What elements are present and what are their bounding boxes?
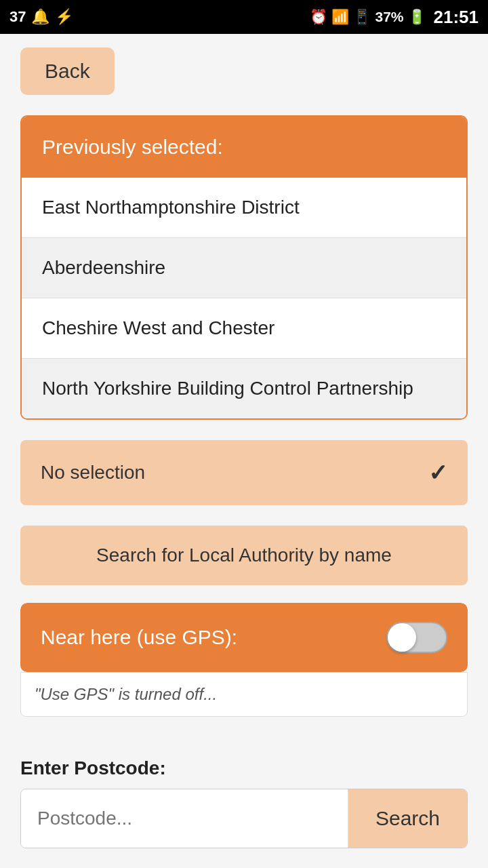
status-left: 37 🔔 ⚡ — [9, 8, 73, 26]
clock: 21:51 — [434, 7, 479, 28]
notification-icon: 🔔 — [31, 8, 49, 26]
postcode-input[interactable] — [21, 789, 348, 848]
list-item[interactable]: East Northamptonshire District — [22, 178, 466, 238]
back-button[interactable]: Back — [20, 47, 115, 95]
toggle-knob — [388, 623, 416, 652]
postcode-section: Enter Postcode: Search — [20, 757, 468, 848]
gps-section: Near here (use GPS): — [20, 603, 468, 672]
previously-selected-section: Previously selected: East Northamptonshi… — [20, 115, 468, 420]
main-content: Back Previously selected: East Northampt… — [0, 34, 488, 868]
battery-percent: 37% — [375, 9, 403, 25]
gps-status-text: "Use GPS" is turned off... — [20, 672, 468, 717]
gps-label: Near here (use GPS): — [41, 626, 237, 649]
list-item[interactable]: Aberdeenshire — [22, 238, 466, 298]
signal-icon: 📱 — [353, 9, 371, 25]
status-bar: 37 🔔 ⚡ ⏰ 📶 📱 37% 🔋 21:51 — [0, 0, 488, 34]
list-item[interactable]: Cheshire West and Chester — [22, 298, 466, 359]
gps-toggle[interactable] — [386, 622, 447, 653]
no-selection-label: No selection — [41, 462, 145, 484]
list-item[interactable]: North Yorkshire Building Control Partner… — [22, 359, 466, 418]
postcode-label: Enter Postcode: — [20, 757, 468, 779]
battery-icon: 🔋 — [408, 9, 426, 25]
search-button[interactable]: Search — [348, 789, 467, 848]
no-selection-row[interactable]: No selection ✓ — [20, 440, 468, 505]
search-local-authority-button[interactable]: Search for Local Authority by name — [20, 526, 468, 585]
previously-selected-header: Previously selected: — [22, 117, 466, 178]
usb-icon: ⚡ — [55, 8, 73, 26]
wifi-icon: 📶 — [331, 9, 349, 25]
checkmark-icon: ✓ — [428, 459, 447, 486]
gps-wrapper: Near here (use GPS): "Use GPS" is turned… — [20, 603, 468, 737]
postcode-row: Search — [20, 789, 468, 848]
alarm-icon: ⏰ — [310, 9, 327, 25]
status-right: ⏰ 📶 📱 37% 🔋 21:51 — [310, 7, 479, 28]
badge-icon: 37 — [9, 8, 26, 26]
